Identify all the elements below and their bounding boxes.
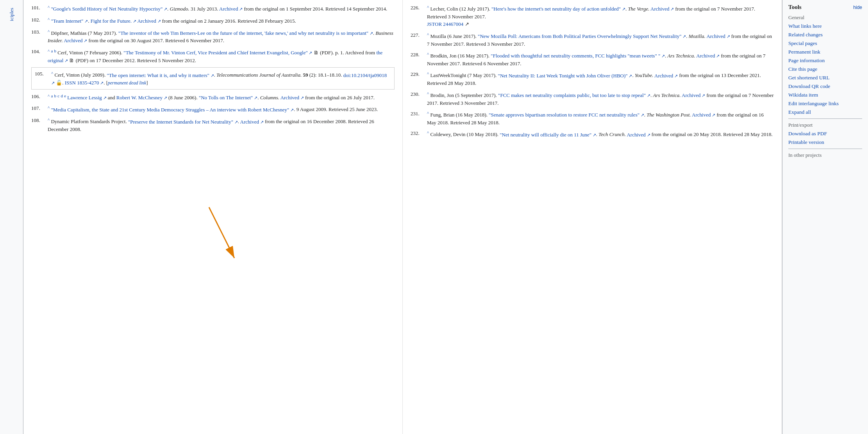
ref-232-back-link[interactable]: ^ bbox=[427, 130, 429, 135]
ref-232-archived-link[interactable]: Archived bbox=[627, 132, 650, 138]
ref-231-archived-link[interactable]: Archived bbox=[692, 112, 715, 118]
ref-226-title-link[interactable]: "Here's how the internet's net neutralit… bbox=[491, 6, 625, 12]
ref-num-101: 101. bbox=[31, 4, 48, 13]
tools-header: Tools hide bbox=[788, 4, 862, 11]
ref-101-archived-link[interactable]: Archived bbox=[219, 6, 243, 12]
ref-num-227: 227. bbox=[411, 31, 427, 48]
ref-104-back-b[interactable]: b bbox=[54, 48, 57, 53]
ref-228-title-link[interactable]: "Flooded with thoughtful net neutrality … bbox=[491, 53, 665, 59]
ref-101-back-link[interactable]: ^ bbox=[48, 5, 50, 9]
ref-105-dead-link[interactable]: permanent dead link bbox=[108, 80, 146, 86]
ref-104-back-a[interactable]: a bbox=[51, 48, 53, 53]
ref-item-106: 106. ^ a b c d e Lawrence Lessig and Rob… bbox=[31, 93, 395, 102]
sidebar-nav-link[interactable]: iciples bbox=[9, 8, 15, 21]
ref-104-title-link[interactable]: "The Testimony of Mr. Vinton Cerf, Vice … bbox=[123, 50, 312, 56]
ref-content-105: ^ Cerf, Vinton (July 2009). "The open in… bbox=[51, 70, 391, 86]
ref-content-228: ^ Brodkin, Jon (16 May 2017). "Flooded w… bbox=[427, 51, 774, 67]
tools-link-special-pages[interactable]: Special pages bbox=[788, 40, 862, 47]
tools-link-permanent-link[interactable]: Permanent link bbox=[788, 49, 862, 55]
ref-item-230: 230. ^ Brodin, Jon (5 September 2017). "… bbox=[411, 90, 774, 107]
ref-108-title-link[interactable]: "Preserve the Internet Standards for Net… bbox=[128, 119, 238, 125]
ref-228-back-link[interactable]: ^ bbox=[427, 52, 429, 56]
ref-230-title-link[interactable]: "FCC makes net neutrality complaints pub… bbox=[498, 92, 650, 98]
tools-link-related-changes[interactable]: Related changes bbox=[788, 32, 862, 38]
tools-link-get-shortened-url[interactable]: Get shortened URL bbox=[788, 75, 862, 81]
ref-106-archived-link[interactable]: Archived bbox=[280, 95, 304, 100]
ref-107-title-link[interactable]: "Media Capitalism, the State and 21st Ce… bbox=[51, 107, 294, 113]
ref-106-title-link[interactable]: "No Tolls on The Internet" bbox=[199, 95, 257, 100]
ref-105-back-link[interactable]: ^ bbox=[51, 71, 53, 75]
ref-content-108: ^ Dynamic Platform Standards Project. "P… bbox=[48, 117, 395, 133]
ref-106-lessig-link[interactable]: Lawrence Lessig bbox=[67, 95, 106, 100]
tools-divider-2 bbox=[788, 149, 862, 149]
ref-227-back-link[interactable]: ^ bbox=[427, 32, 429, 37]
tools-link-printable-version[interactable]: Printable version bbox=[788, 139, 862, 145]
ref-102-archived-link[interactable]: Archived bbox=[137, 18, 161, 24]
ref-106-back-e[interactable]: e bbox=[64, 93, 66, 98]
tools-link-cite-this-page[interactable]: Cite this page bbox=[788, 66, 862, 72]
ref-106-back-link[interactable]: ^ bbox=[48, 93, 50, 98]
tools-link-wikidata-item[interactable]: Wikidata item bbox=[788, 92, 862, 98]
ref-num-106: 106. bbox=[31, 93, 48, 102]
ref-229-title-link[interactable]: "Net Neutrality II: Last Week Tonight wi… bbox=[498, 73, 632, 79]
ref-102-title-link[interactable]: "Team Internet" bbox=[51, 18, 88, 24]
ref-103-title-link[interactable]: "The inventor of the web Tim Berners-Lee… bbox=[118, 30, 373, 36]
tools-link-expand-all[interactable]: Expand all bbox=[788, 109, 862, 115]
ref-105-issn-link[interactable]: ISSN 1835-4270 bbox=[65, 80, 104, 86]
ref-item-226: 226. ^ Lecher, Colin (12 July 2017). "He… bbox=[411, 4, 774, 28]
ref-226-jstor-link[interactable]: JSTOR 24467004 bbox=[427, 21, 463, 27]
ref-item-108: 108. ^ Dynamic Platform Standards Projec… bbox=[31, 117, 395, 133]
ref-105-title-link[interactable]: "The open internet: What it is, and why … bbox=[107, 72, 214, 78]
tools-link-download-qr-code[interactable]: Download QR code bbox=[788, 83, 862, 90]
ref-num-228: 228. bbox=[411, 51, 427, 67]
ref-106-chesney-link[interactable]: Robert W. McChesney bbox=[116, 95, 167, 100]
ref-227-title-link[interactable]: "New Mozilla Poll: Americans from Both P… bbox=[478, 33, 686, 39]
ref-103-back-link[interactable]: ^ bbox=[48, 29, 50, 34]
ref-content-107: ^ "Media Capitalism, the State and 21st … bbox=[48, 104, 395, 113]
ref-item-107: 107. ^ "Media Capitalism, the State and … bbox=[31, 104, 395, 113]
ref-101-source: Gizmodo. bbox=[170, 6, 189, 12]
ref-230-back-link[interactable]: ^ bbox=[427, 91, 429, 96]
tools-print-section-label: Print/export bbox=[788, 122, 862, 128]
ref-226-archived-link[interactable]: Archived bbox=[650, 6, 674, 12]
tools-hide-button[interactable]: hide bbox=[853, 5, 862, 10]
ref-103-archived-link[interactable]: Archived bbox=[64, 38, 87, 43]
ref-230-archived-link[interactable]: Archived bbox=[682, 92, 705, 98]
ref-106-back-a[interactable]: a bbox=[51, 93, 53, 98]
ref-102-source-link[interactable]: Fight for the Future. bbox=[91, 18, 136, 24]
ref-227-archived-link[interactable]: Archived bbox=[706, 33, 730, 39]
ref-101-title-link[interactable]: "Google's Sordid History of Net Neutrali… bbox=[51, 6, 167, 12]
ref-228-archived-link[interactable]: Archived bbox=[696, 53, 720, 59]
tools-link-what-links-here[interactable]: What links here bbox=[788, 23, 862, 29]
ref-229-back-link[interactable]: ^ bbox=[427, 71, 429, 76]
ref-num-105: 105. bbox=[35, 70, 51, 86]
ref-num-232: 232. bbox=[411, 129, 427, 138]
ref-226-back-link[interactable]: ^ bbox=[427, 5, 429, 9]
ref-231-title-link[interactable]: "Senate approves bipartisan resolution t… bbox=[489, 112, 644, 118]
ref-104-back-link[interactable]: ^ bbox=[48, 48, 50, 53]
ref-108-archived-link[interactable]: Archived bbox=[240, 119, 264, 125]
tools-link-page-information[interactable]: Page information bbox=[788, 57, 862, 64]
ref-232-source: Tech Crunch. bbox=[598, 132, 626, 138]
ref-108-back-link[interactable]: ^ bbox=[48, 117, 50, 122]
tools-link-edit-interlanguage-links[interactable]: Edit interlanguage links bbox=[788, 100, 862, 107]
ref-106-back-c[interactable]: c bbox=[57, 93, 59, 98]
ref-item-232: 232. ^ Coldewey, Devin (10 May 2018). "N… bbox=[411, 129, 774, 138]
ref-106-back-d[interactable]: d bbox=[61, 93, 63, 98]
ref-229-archived-link[interactable]: Archived bbox=[654, 73, 678, 79]
ref-item-102: 102. ^ "Team Internet". Fight for the Fu… bbox=[31, 16, 395, 25]
ref-num-229: 229. bbox=[411, 70, 427, 87]
ref-content-226: ^ Lecher, Colin (12 July 2017). "Here's … bbox=[427, 4, 774, 28]
references-list-right: 226. ^ Lecher, Colin (12 July 2017). "He… bbox=[411, 4, 774, 138]
tools-link-download-as-pdf[interactable]: Download as PDF bbox=[788, 131, 862, 137]
ref-item-105: 105. ^ Cerf, Vinton (July 2009). "The op… bbox=[31, 67, 395, 89]
tools-sidebar: Tools hide General What links here Relat… bbox=[782, 0, 868, 434]
ref-107-back-link[interactable]: ^ bbox=[48, 105, 50, 110]
ref-231-back-link[interactable]: ^ bbox=[427, 111, 429, 115]
ref-106-back-b[interactable]: b bbox=[54, 93, 57, 98]
ref-102-back-link[interactable]: ^ bbox=[48, 17, 50, 22]
ref-232-title-link[interactable]: "Net neutrality will officially die on 1… bbox=[500, 132, 596, 138]
ref-content-104: ^ a b Cerf, Vinton (7 February 2006). "T… bbox=[48, 48, 395, 64]
ref-226-source: The Verge. bbox=[628, 6, 649, 12]
ref-content-101: ^ "Google's Sordid History of Net Neutra… bbox=[48, 4, 395, 13]
